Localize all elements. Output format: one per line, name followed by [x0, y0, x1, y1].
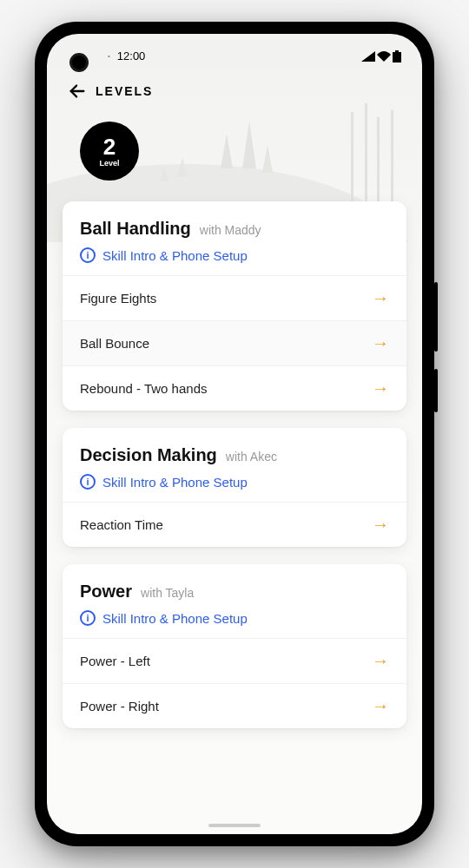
level-badge: 2 Level — [80, 122, 139, 181]
battery-icon — [393, 50, 401, 62]
exercise-label: Figure Eights — [80, 291, 156, 306]
exercise-item[interactable]: Power - Left → — [63, 638, 406, 683]
arrow-right-icon: → — [372, 288, 389, 308]
card-subtitle: with Tayla — [141, 586, 194, 600]
signal-icon — [361, 51, 375, 62]
info-icon: i — [80, 247, 96, 263]
arrow-right-icon: → — [372, 378, 389, 398]
exercise-label: Reaction Time — [80, 517, 163, 532]
svg-rect-1 — [395, 50, 399, 52]
arrow-right-icon: → — [372, 333, 389, 353]
info-icon: i — [80, 610, 96, 626]
card-title: Power — [80, 582, 132, 602]
status-icons — [361, 50, 401, 62]
exercise-label: Rebound - Two hands — [80, 381, 208, 396]
page-header: LEVELS 2 Level — [47, 68, 422, 189]
exercise-label: Ball Bounce — [80, 336, 149, 351]
intro-label: Skill Intro & Phone Setup — [102, 611, 248, 626]
back-label: LEVELS — [96, 84, 153, 98]
front-camera — [69, 53, 89, 72]
exercise-item[interactable]: Figure Eights → — [63, 275, 406, 320]
card-title: Decision Making — [80, 445, 217, 465]
card-title: Ball Handling — [80, 219, 191, 239]
skill-intro-link[interactable]: i Skill Intro & Phone Setup — [80, 247, 389, 263]
exercise-item[interactable]: Ball Bounce → — [63, 320, 406, 365]
svg-rect-0 — [393, 52, 401, 62]
skill-intro-link[interactable]: i Skill Intro & Phone Setup — [80, 610, 389, 626]
wifi-icon — [377, 51, 391, 62]
status-time: 12:00 — [117, 49, 146, 62]
intro-label: Skill Intro & Phone Setup — [102, 248, 248, 263]
status-bar: • 12:00 — [47, 34, 422, 68]
phone-frame: • 12:00 LEVELS — [35, 22, 434, 846]
exercise-item[interactable]: Reaction Time → — [63, 502, 406, 547]
level-number: 2 — [103, 135, 116, 158]
info-icon: i — [80, 474, 96, 490]
status-dot: • — [108, 52, 110, 60]
skill-card-power: Power with Tayla i Skill Intro & Phone S… — [63, 564, 406, 728]
level-label: Level — [99, 159, 119, 168]
exercise-item[interactable]: Power - Right → — [63, 683, 406, 728]
arrow-right-icon: → — [372, 696, 389, 716]
intro-label: Skill Intro & Phone Setup — [102, 475, 248, 490]
exercise-item[interactable]: Rebound - Two hands → — [63, 365, 406, 411]
exercise-label: Power - Right — [80, 699, 159, 713]
arrow-left-icon — [68, 82, 87, 101]
home-indicator[interactable] — [208, 824, 261, 827]
exercise-label: Power - Left — [80, 654, 150, 668]
skill-card-ball-handling: Ball Handling with Maddy i Skill Intro &… — [63, 201, 406, 411]
content-area: Ball Handling with Maddy i Skill Intro &… — [47, 189, 422, 728]
skill-intro-link[interactable]: i Skill Intro & Phone Setup — [80, 474, 389, 490]
back-button[interactable]: LEVELS — [68, 82, 401, 101]
arrow-right-icon: → — [372, 651, 389, 671]
screen: • 12:00 LEVELS — [47, 34, 422, 834]
arrow-right-icon: → — [372, 515, 389, 535]
card-subtitle: with Akec — [226, 450, 277, 464]
card-subtitle: with Maddy — [200, 223, 261, 237]
skill-card-decision-making: Decision Making with Akec i Skill Intro … — [63, 428, 406, 547]
